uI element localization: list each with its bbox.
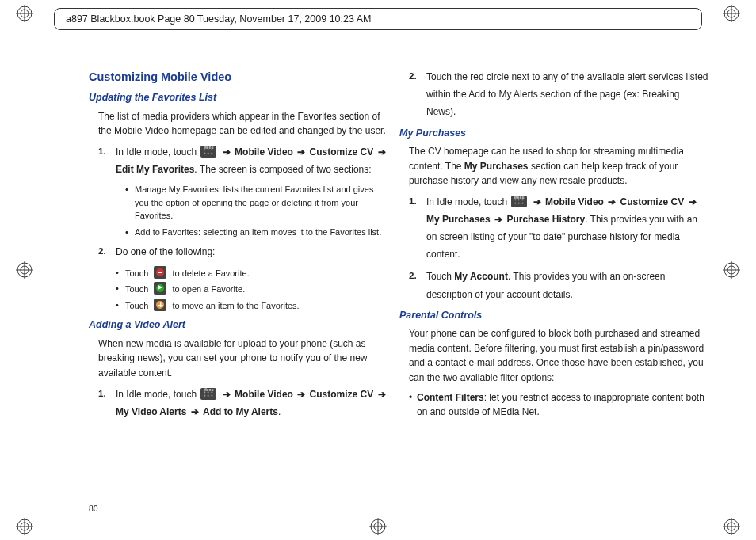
text: to move an item to the Favorites. <box>172 301 299 310</box>
arrow-icon: ➔ <box>189 406 200 417</box>
list-item: 1. In Idle mode, touch Menu ➔ Mobile Vid… <box>98 143 388 178</box>
bullet-list: Touch to delete a Favorite. Touch to ope… <box>116 266 388 314</box>
bold-text: Customize CV <box>310 389 374 400</box>
bold-text: Content Filters <box>417 392 484 403</box>
registration-mark-icon <box>16 518 33 535</box>
subsection-heading: Adding a Video Alert <box>89 318 388 333</box>
delete-icon <box>154 266 166 279</box>
list-item: 1. In Idle mode, touch Menu ➔ Mobile Vid… <box>409 193 708 264</box>
subsection-heading: My Purchases <box>399 126 708 141</box>
numbered-list: 1. In Idle mode, touch Menu ➔ Mobile Vid… <box>98 143 388 178</box>
bold-text: Mobile Video <box>235 389 293 400</box>
section-heading: Customizing Mobile Video <box>89 68 388 86</box>
registration-mark-icon <box>16 5 33 22</box>
text: Touch the red circle next to any of the … <box>426 71 708 117</box>
menu-icon: Menu <box>200 146 216 158</box>
list-item: Touch to move an item to the Favorites. <box>116 299 388 314</box>
arrow-icon: ➔ <box>687 196 698 207</box>
list-item: Touch to delete a Favorite. <box>116 266 388 281</box>
text: In Idle mode, touch <box>426 196 510 207</box>
step-number: 1. <box>98 143 106 160</box>
list-item: 2. Do one of the following: <box>98 243 388 260</box>
list-item: Manage My Favorites: lists the current F… <box>125 183 388 222</box>
bold-text: My Purchases <box>464 161 529 172</box>
arrow-icon: ➔ <box>493 214 504 225</box>
list-item: Content Filters: let you restrict access… <box>409 390 708 420</box>
text: Touch <box>125 268 148 278</box>
arrow-icon: ➔ <box>221 389 232 400</box>
text: . <box>278 406 281 417</box>
paragraph: When new media is available for upload t… <box>98 337 388 381</box>
right-column: 2. Touch the red circle next to any of t… <box>409 68 708 492</box>
paragraph: Your phone can be configured to block bo… <box>409 326 708 385</box>
page-number: 80 <box>89 504 98 513</box>
registration-mark-icon <box>723 261 740 279</box>
list-item: 2. Touch My Account. This provides you w… <box>409 268 708 302</box>
step-number: 1. <box>409 193 417 210</box>
numbered-list: 2. Do one of the following: <box>98 243 388 260</box>
page-body: Customizing Mobile Video Updating the Fa… <box>89 68 708 492</box>
text: Do one of the following: <box>116 246 215 257</box>
bold-text: Add to My Alerts <box>203 406 278 417</box>
list-item: Add to Favorites: selecting an item move… <box>125 226 388 239</box>
bullet-list: Manage My Favorites: lists the current F… <box>125 183 388 238</box>
step-number: 1. <box>98 386 106 402</box>
subsection-heading: Parental Controls <box>399 308 708 323</box>
header-text: a897 Blackbox.book Page 80 Tuesday, Nove… <box>66 13 371 25</box>
bold-text: Purchase History <box>506 214 585 225</box>
paragraph: The list of media providers which appear… <box>98 109 388 139</box>
registration-mark-icon <box>723 5 740 22</box>
bold-text: My Purchases <box>426 214 491 225</box>
bold-text: My Account <box>454 271 508 282</box>
arrow-icon: ➔ <box>376 146 388 158</box>
step-number: 2. <box>409 268 417 284</box>
arrow-icon: ➔ <box>296 146 307 158</box>
list-item: 1. In Idle mode, touch Menu ➔ Mobile Vid… <box>98 386 388 420</box>
bold-text: Mobile Video <box>235 146 293 158</box>
bold-text: My Video Alerts <box>116 406 186 417</box>
text: In Idle mode, touch <box>116 146 199 158</box>
arrow-icon: ➔ <box>296 389 307 400</box>
numbered-list: 2. Touch the red circle next to any of t… <box>409 68 708 121</box>
registration-mark-icon <box>369 518 387 535</box>
step-number: 2. <box>409 68 417 85</box>
menu-icon: Menu <box>200 388 216 400</box>
text: Touch <box>426 271 454 282</box>
numbered-list: 1. In Idle mode, touch Menu ➔ Mobile Vid… <box>98 386 388 420</box>
text: Touch <box>125 301 148 310</box>
bullet-list: Content Filters: let you restrict access… <box>409 390 708 420</box>
add-icon <box>154 299 166 311</box>
numbered-list: 1. In Idle mode, touch Menu ➔ Mobile Vid… <box>409 193 708 303</box>
bold-text: Customize CV <box>310 146 374 158</box>
paragraph: The CV homepage can be used to shop for … <box>409 144 708 188</box>
arrow-icon: ➔ <box>532 196 543 207</box>
arrow-icon: ➔ <box>606 196 617 207</box>
bold-text: Customize CV <box>620 196 685 207</box>
step-number: 2. <box>98 243 106 260</box>
menu-icon: Menu <box>511 196 527 207</box>
arrow-icon: ➔ <box>376 389 388 400</box>
arrow-icon: ➔ <box>221 146 232 158</box>
list-item: Touch to open a Favorite. <box>116 282 388 297</box>
bold-text: Mobile Video <box>545 196 604 207</box>
registration-mark-icon <box>723 518 740 535</box>
registration-mark-icon <box>16 261 33 279</box>
document-header: a897 Blackbox.book Page 80 Tuesday, Nove… <box>54 8 702 30</box>
left-column: Customizing Mobile Video Updating the Fa… <box>89 68 388 492</box>
list-item: 2. Touch the red circle next to any of t… <box>409 68 708 121</box>
text: . The screen is composed of two sections… <box>194 164 371 175</box>
text: to open a Favorite. <box>172 284 245 294</box>
subsection-heading: Updating the Favorites List <box>89 90 388 105</box>
text: to delete a Favorite. <box>172 268 249 278</box>
text: Touch <box>125 284 148 294</box>
open-icon <box>154 282 166 295</box>
bold-text: Edit My Favorites <box>116 164 194 175</box>
text: In Idle mode, touch <box>116 389 199 400</box>
